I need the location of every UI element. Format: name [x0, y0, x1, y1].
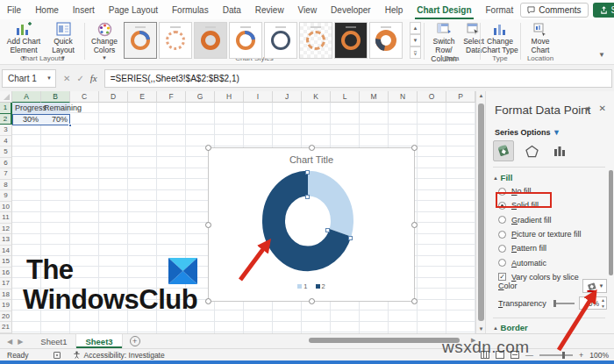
chart-resize-handle[interactable]: [309, 298, 315, 304]
cell-A1[interactable]: Progress: [12, 103, 41, 114]
chart-resize-handle[interactable]: [411, 222, 418, 228]
column-header-I[interactable]: I: [244, 91, 273, 103]
effects-tab[interactable]: [521, 140, 542, 161]
column-header-M[interactable]: M: [360, 91, 389, 103]
column-header-H[interactable]: H: [215, 91, 244, 103]
row-header-2[interactable]: 2: [0, 114, 12, 125]
pane-options-caret[interactable]: ▼: [584, 105, 591, 113]
menu-tab-chart-design[interactable]: Chart Design: [410, 0, 478, 19]
fill-section-header[interactable]: ▲ Fill: [493, 173, 512, 182]
data-point-handle[interactable]: [305, 195, 310, 199]
menu-tab-view[interactable]: View: [291, 0, 325, 19]
chart-resize-handle[interactable]: [309, 145, 315, 151]
menu-tab-page-layout[interactable]: Page Layout: [102, 0, 165, 19]
menu-tab-developer[interactable]: Developer: [324, 0, 378, 19]
row-header-1[interactable]: 1: [0, 103, 12, 114]
radio-button[interactable]: [498, 216, 506, 224]
formula-input[interactable]: =SERIES(,,Sheet3!$A$2:$B$2,1): [104, 69, 612, 88]
chart-resize-handle[interactable]: [205, 145, 211, 151]
legend-item-1[interactable]: 1: [297, 282, 307, 290]
column-header-B[interactable]: B: [41, 91, 70, 103]
gallery-scroll-up[interactable]: ▲: [410, 22, 421, 34]
doughnut-chart-object[interactable]: Chart Title 12: [208, 147, 415, 302]
cell-B2[interactable]: 70%: [41, 114, 70, 125]
menu-tab-data[interactable]: Data: [216, 0, 248, 19]
fill-option-picture-or-texture-fill[interactable]: Picture or texture fill: [498, 227, 602, 241]
horizontal-scroll-thumb[interactable]: [309, 338, 460, 343]
menu-tab-review[interactable]: Review: [248, 0, 291, 19]
legend-item-2[interactable]: 2: [316, 282, 325, 290]
fill-line-tab[interactable]: [493, 140, 514, 161]
column-header-C[interactable]: C: [70, 91, 99, 103]
column-header-J[interactable]: J: [273, 91, 302, 103]
fill-option-automatic[interactable]: Automatic: [498, 255, 602, 269]
fill-color-button[interactable]: ▼: [582, 279, 607, 293]
pane-scrollbar-thumb[interactable]: [609, 170, 613, 275]
chart-style-thumbnail-1[interactable]: [124, 22, 157, 59]
chart-style-thumbnail-3[interactable]: [194, 22, 227, 59]
accessibility-status[interactable]: Accessibility: Investigate: [73, 351, 165, 360]
row-header-12[interactable]: 12: [0, 224, 12, 235]
row-header-14[interactable]: 14: [0, 246, 12, 257]
row-header-5[interactable]: 5: [0, 146, 12, 158]
transparency-value-box[interactable]: 0% ▲▼: [579, 296, 607, 310]
move-chart-button[interactable]: Move Chart: [524, 21, 557, 55]
doughnut-plot[interactable]: [262, 171, 353, 275]
row-header-6[interactable]: 6: [0, 158, 12, 169]
collapse-ribbon-chevron[interactable]: ▼: [598, 51, 605, 59]
chart-style-thumbnail-6[interactable]: [299, 22, 332, 59]
zoom-slider-thumb[interactable]: [562, 352, 565, 359]
transparency-spinner[interactable]: ▲▼: [601, 297, 605, 309]
row-header-3[interactable]: 3: [0, 125, 12, 136]
row-header-13[interactable]: 13: [0, 234, 12, 246]
row-header-8[interactable]: 8: [0, 180, 12, 191]
chart-title[interactable]: Chart Title: [209, 154, 414, 165]
share-button[interactable]: Share: [593, 3, 614, 18]
row-header-9[interactable]: 9: [0, 190, 12, 202]
menu-tab-formulas[interactable]: Formulas: [165, 0, 216, 19]
row-header-17[interactable]: 17: [0, 278, 12, 289]
chart-resize-handle[interactable]: [411, 145, 418, 151]
chart-legend[interactable]: 12: [209, 282, 414, 290]
data-point-handle[interactable]: [348, 236, 353, 240]
transparency-slider[interactable]: [553, 303, 575, 304]
series-options-dropdown[interactable]: Series Options ▼: [495, 128, 560, 137]
chart-style-thumbnail-7[interactable]: [334, 22, 368, 59]
radio-button[interactable]: [498, 245, 506, 253]
insert-function-icon[interactable]: fx: [90, 73, 97, 83]
column-header-P[interactable]: P: [446, 91, 475, 103]
menu-tab-home[interactable]: Home: [28, 0, 66, 19]
column-header-D[interactable]: D: [99, 91, 128, 103]
confirm-entry-icon[interactable]: ✓: [76, 74, 83, 83]
row-header-7[interactable]: 7: [0, 168, 12, 180]
column-header-F[interactable]: F: [157, 91, 186, 103]
chart-resize-handle[interactable]: [205, 298, 211, 304]
column-header-O[interactable]: O: [418, 91, 446, 103]
sheet-nav-right[interactable]: ▶: [18, 338, 23, 346]
data-point-handle[interactable]: [325, 228, 330, 232]
menu-tab-insert[interactable]: Insert: [66, 0, 102, 19]
row-header-16[interactable]: 16: [0, 268, 12, 279]
radio-button[interactable]: [498, 259, 506, 267]
cell-B1[interactable]: Remaining: [41, 103, 70, 114]
menu-tab-format[interactable]: Format: [479, 0, 521, 19]
column-header-A[interactable]: A: [12, 91, 41, 103]
fill-option-gradient-fill[interactable]: Gradient fill: [498, 213, 602, 227]
column-header-G[interactable]: G: [186, 91, 215, 103]
row-header-19[interactable]: 19: [0, 300, 12, 311]
sheet-nav-left[interactable]: ◀: [7, 338, 12, 346]
row-header-20[interactable]: 20: [0, 311, 12, 323]
chart-style-thumbnail-2[interactable]: [159, 22, 192, 59]
menu-tab-file[interactable]: File: [0, 0, 28, 19]
macro-record-icon[interactable]: [54, 352, 61, 359]
chart-resize-handle[interactable]: [411, 298, 418, 304]
row-header-18[interactable]: 18: [0, 289, 12, 301]
fill-option-pattern-fill[interactable]: Pattern fill: [498, 241, 602, 255]
chart-style-thumbnail-4[interactable]: [229, 22, 262, 59]
row-header-11[interactable]: 11: [0, 212, 12, 224]
chart-style-thumbnail-5[interactable]: [264, 22, 297, 59]
comments-button[interactable]: Comments: [520, 3, 588, 18]
radio-button[interactable]: [498, 231, 506, 239]
gallery-more-button[interactable]: ⊽: [410, 46, 421, 59]
gallery-scroll-down[interactable]: ▼: [410, 34, 421, 46]
